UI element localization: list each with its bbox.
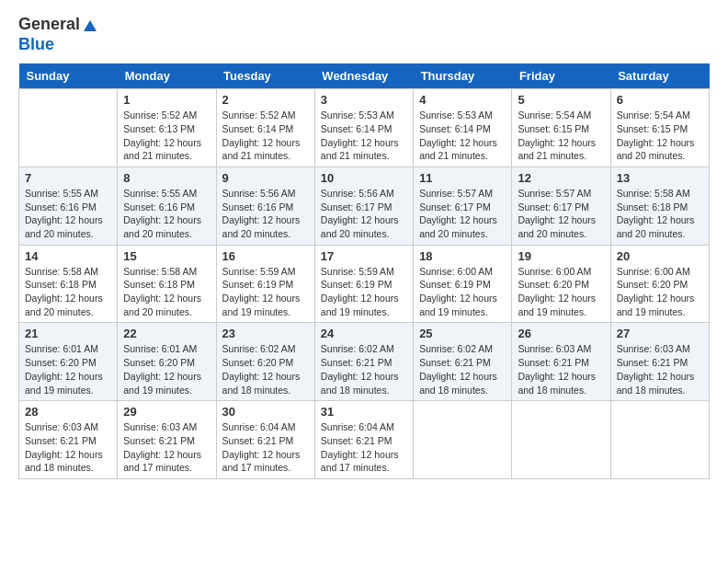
day-number: 11: [419, 171, 506, 185]
day-number: 21: [25, 327, 111, 340]
calendar-cell: 26Sunrise: 6:03 AMSunset: 6:21 PMDayligh…: [512, 323, 610, 401]
day-number: 13: [617, 171, 703, 185]
day-info: Sunrise: 5:54 AMSunset: 6:15 PMDaylight:…: [617, 109, 703, 163]
day-number: 9: [222, 171, 309, 185]
calendar-cell: 18Sunrise: 6:00 AMSunset: 6:19 PMDayligh…: [414, 245, 512, 323]
calendar-cell: 11Sunrise: 5:57 AMSunset: 6:17 PMDayligh…: [414, 167, 512, 245]
day-info: Sunrise: 5:58 AMSunset: 6:18 PMDaylight:…: [25, 265, 111, 319]
calendar-cell: 5Sunrise: 5:54 AMSunset: 6:15 PMDaylight…: [512, 89, 610, 167]
calendar-cell: 27Sunrise: 6:03 AMSunset: 6:21 PMDayligh…: [610, 323, 709, 401]
day-number: 5: [518, 93, 604, 107]
day-number: 30: [222, 405, 309, 419]
day-number: 27: [617, 327, 703, 340]
day-info: Sunrise: 6:01 AMSunset: 6:20 PMDaylight:…: [25, 342, 111, 396]
day-info: Sunrise: 5:56 AMSunset: 6:16 PMDaylight:…: [222, 187, 309, 241]
calendar-week-row: 21Sunrise: 6:01 AMSunset: 6:20 PMDayligh…: [19, 323, 710, 401]
day-info: Sunrise: 5:57 AMSunset: 6:17 PMDaylight:…: [518, 187, 604, 241]
day-info: Sunrise: 6:03 AMSunset: 6:21 PMDaylight:…: [123, 420, 210, 475]
day-info: Sunrise: 5:55 AMSunset: 6:16 PMDaylight:…: [123, 187, 210, 241]
day-number: 6: [617, 93, 703, 107]
calendar-cell: 19Sunrise: 6:00 AMSunset: 6:20 PMDayligh…: [512, 245, 610, 323]
day-number: 20: [617, 249, 703, 263]
logo-triangle-icon: [82, 17, 98, 33]
calendar-cell: [512, 401, 610, 479]
day-number: 23: [222, 327, 309, 340]
day-number: 18: [419, 249, 506, 263]
day-info: Sunrise: 5:58 AMSunset: 6:18 PMDaylight:…: [123, 265, 210, 319]
calendar-cell: 10Sunrise: 5:56 AMSunset: 6:17 PMDayligh…: [314, 167, 413, 245]
calendar-cell: 23Sunrise: 6:02 AMSunset: 6:20 PMDayligh…: [216, 323, 314, 401]
day-info: Sunrise: 6:02 AMSunset: 6:21 PMDaylight:…: [321, 342, 407, 396]
col-header-sunday: Sunday: [19, 63, 118, 89]
day-number: 29: [123, 405, 210, 419]
calendar-cell: 2Sunrise: 5:52 AMSunset: 6:14 PMDaylight…: [216, 89, 314, 167]
calendar-cell: 28Sunrise: 6:03 AMSunset: 6:21 PMDayligh…: [19, 401, 118, 479]
page-header: General Blue: [18, 15, 710, 54]
calendar-cell: 14Sunrise: 5:58 AMSunset: 6:18 PMDayligh…: [19, 245, 118, 323]
calendar-cell: 31Sunrise: 6:04 AMSunset: 6:21 PMDayligh…: [314, 401, 413, 479]
calendar-cell: 21Sunrise: 6:01 AMSunset: 6:20 PMDayligh…: [19, 323, 118, 401]
calendar-cell: 22Sunrise: 6:01 AMSunset: 6:20 PMDayligh…: [118, 323, 216, 401]
day-number: 26: [518, 327, 604, 340]
day-number: 31: [321, 405, 407, 419]
day-info: Sunrise: 5:56 AMSunset: 6:17 PMDaylight:…: [321, 187, 407, 241]
col-header-thursday: Thursday: [414, 63, 512, 89]
calendar-cell: 1Sunrise: 5:52 AMSunset: 6:13 PMDaylight…: [118, 89, 216, 167]
day-number: 17: [321, 249, 407, 263]
day-number: 12: [518, 171, 604, 185]
day-info: Sunrise: 5:52 AMSunset: 6:14 PMDaylight:…: [222, 109, 309, 163]
calendar-cell: 17Sunrise: 5:59 AMSunset: 6:19 PMDayligh…: [314, 245, 413, 323]
day-info: Sunrise: 5:53 AMSunset: 6:14 PMDaylight:…: [419, 109, 506, 163]
calendar-cell: 20Sunrise: 6:00 AMSunset: 6:20 PMDayligh…: [610, 245, 709, 323]
day-info: Sunrise: 5:58 AMSunset: 6:18 PMDaylight:…: [617, 187, 703, 241]
day-info: Sunrise: 5:55 AMSunset: 6:16 PMDaylight:…: [25, 187, 111, 241]
logo: General Blue: [18, 15, 98, 54]
calendar-cell: 15Sunrise: 5:58 AMSunset: 6:18 PMDayligh…: [118, 245, 216, 323]
day-info: Sunrise: 5:59 AMSunset: 6:19 PMDaylight:…: [222, 265, 309, 319]
calendar-cell: [414, 401, 512, 479]
calendar-cell: 13Sunrise: 5:58 AMSunset: 6:18 PMDayligh…: [610, 167, 709, 245]
col-header-tuesday: Tuesday: [216, 63, 314, 89]
calendar-cell: 3Sunrise: 5:53 AMSunset: 6:14 PMDaylight…: [314, 89, 413, 167]
calendar-week-row: 7Sunrise: 5:55 AMSunset: 6:16 PMDaylight…: [19, 167, 710, 245]
calendar-cell: 9Sunrise: 5:56 AMSunset: 6:16 PMDaylight…: [216, 167, 314, 245]
day-number: 7: [25, 171, 111, 185]
calendar-cell: 8Sunrise: 5:55 AMSunset: 6:16 PMDaylight…: [118, 167, 216, 245]
svg-marker-0: [84, 20, 97, 31]
day-info: Sunrise: 5:54 AMSunset: 6:15 PMDaylight:…: [518, 109, 604, 163]
calendar-cell: 24Sunrise: 6:02 AMSunset: 6:21 PMDayligh…: [314, 323, 413, 401]
day-info: Sunrise: 6:00 AMSunset: 6:20 PMDaylight:…: [617, 265, 703, 319]
calendar-week-row: 14Sunrise: 5:58 AMSunset: 6:18 PMDayligh…: [19, 245, 710, 323]
calendar-header-row: SundayMondayTuesdayWednesdayThursdayFrid…: [19, 63, 710, 89]
day-number: 28: [25, 405, 111, 419]
day-info: Sunrise: 5:59 AMSunset: 6:19 PMDaylight:…: [321, 265, 407, 319]
day-info: Sunrise: 5:53 AMSunset: 6:14 PMDaylight:…: [321, 109, 407, 163]
day-number: 10: [321, 171, 407, 185]
calendar-cell: [19, 89, 118, 167]
calendar-cell: 25Sunrise: 6:02 AMSunset: 6:21 PMDayligh…: [414, 323, 512, 401]
day-number: 25: [419, 327, 506, 340]
day-number: 14: [25, 249, 111, 263]
col-header-friday: Friday: [512, 63, 610, 89]
calendar-cell: [610, 401, 709, 479]
day-number: 24: [321, 327, 407, 340]
day-number: 4: [419, 93, 506, 107]
col-header-saturday: Saturday: [610, 63, 709, 89]
calendar-cell: 16Sunrise: 5:59 AMSunset: 6:19 PMDayligh…: [216, 245, 314, 323]
day-number: 8: [123, 171, 210, 185]
day-info: Sunrise: 6:03 AMSunset: 6:21 PMDaylight:…: [617, 342, 703, 396]
day-number: 2: [222, 93, 309, 107]
day-info: Sunrise: 6:02 AMSunset: 6:21 PMDaylight:…: [419, 342, 506, 396]
calendar-cell: 6Sunrise: 5:54 AMSunset: 6:15 PMDaylight…: [610, 89, 709, 167]
day-number: 19: [518, 249, 604, 263]
calendar-table: SundayMondayTuesdayWednesdayThursdayFrid…: [18, 63, 710, 479]
day-info: Sunrise: 6:02 AMSunset: 6:20 PMDaylight:…: [222, 342, 309, 396]
calendar-week-row: 28Sunrise: 6:03 AMSunset: 6:21 PMDayligh…: [19, 401, 710, 479]
calendar-cell: 4Sunrise: 5:53 AMSunset: 6:14 PMDaylight…: [414, 89, 512, 167]
col-header-monday: Monday: [118, 63, 216, 89]
col-header-wednesday: Wednesday: [314, 63, 413, 89]
calendar-cell: 30Sunrise: 6:04 AMSunset: 6:21 PMDayligh…: [216, 401, 314, 479]
day-info: Sunrise: 6:01 AMSunset: 6:20 PMDaylight:…: [123, 342, 210, 396]
day-info: Sunrise: 6:04 AMSunset: 6:21 PMDaylight:…: [321, 420, 407, 475]
day-info: Sunrise: 6:03 AMSunset: 6:21 PMDaylight:…: [518, 342, 604, 396]
